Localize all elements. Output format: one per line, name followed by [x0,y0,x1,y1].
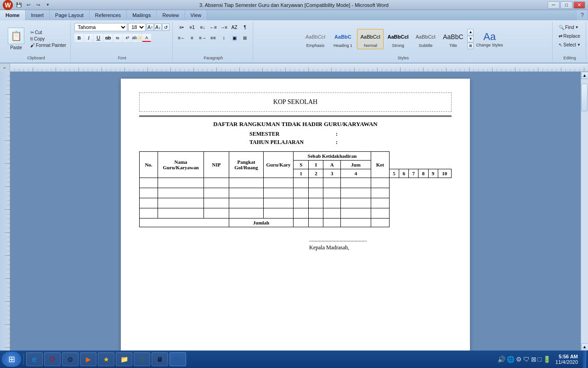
italic-button[interactable]: I [84,34,93,42]
tray-icon-2[interactable]: 🌐 [507,356,514,363]
num-1: 1 [294,169,309,178]
taskbar-app8[interactable]: 🖥 [152,352,168,366]
style-item-heading1[interactable]: AaBbC Heading 1 [329,29,356,49]
tab-insert[interactable]: Insert [26,10,50,20]
col-guru-kary: Guru/Kary [264,152,294,178]
start-button[interactable]: ⊞ [2,352,21,367]
find-button[interactable]: 🔍 Find ▼ [556,23,583,31]
replace-button[interactable]: ⇄ Replace [556,32,583,40]
increase-font-size-button[interactable]: A↑ [147,23,154,31]
taskbar-app6[interactable]: 📁 [116,352,132,366]
tray-icon-7[interactable]: 🔋 [543,356,551,363]
tab-review[interactable]: Review [157,10,185,20]
style-item-normal[interactable]: AaBbCcI Normal [357,29,384,49]
taskbar-word[interactable]: W [170,352,186,366]
decrease-indent-button[interactable]: ←≡ [208,23,218,31]
col-nama: NamaGuru/Karyawan [158,152,204,178]
close-button[interactable]: ✕ [573,1,585,9]
borders-button[interactable]: ⊞ [240,34,250,42]
format-painter-button[interactable]: 🖌 Format Painter [29,42,68,48]
strikethrough-button[interactable]: ab [103,34,113,42]
increase-indent-button[interactable]: →≡ [219,23,229,31]
show-formatting-button[interactable]: ¶ [240,23,250,31]
font-size-select[interactable]: 18 [128,23,146,31]
vertical-ruler[interactable] [0,72,10,366]
bold-button[interactable]: B [74,34,84,42]
line-spacing-button[interactable]: ↕ [219,34,229,42]
redo-button[interactable]: ↪ [34,1,42,9]
num-6: 6 [399,169,409,178]
bullets-button[interactable]: ≡• [176,23,187,31]
maximize-button[interactable]: □ [560,1,572,9]
undo-button[interactable]: ↩ [24,1,33,9]
style-item-emphasis[interactable]: AaBbCcI Emphasis [302,29,328,49]
show-desktop-button[interactable] [582,351,586,368]
styles-scroll-up[interactable]: ▲ [467,29,474,35]
numbering-button[interactable]: ≡1 [187,23,197,31]
cut-button[interactable]: ✂ Cut [29,29,68,35]
taskbar-chrome[interactable]: ⊙ [62,352,79,366]
styles-label: Styles [397,56,409,60]
styles-scroll-down[interactable]: ▼ [467,36,474,42]
align-left-button[interactable]: ≡← [176,34,187,42]
tray-icon-3[interactable]: ⚙ [516,356,522,363]
document: KOP SEKOLAH DAFTAR RANGKUMAN TIDAK HADIR… [121,79,470,359]
taskbar-app4[interactable]: ▶ [80,352,96,366]
decrease-font-size-button[interactable]: A↓ [154,23,162,31]
save-button[interactable]: 💾 [15,1,23,9]
multilevel-list-button[interactable]: ≡↓ [198,23,208,31]
align-right-button[interactable]: ≡→ [198,34,208,42]
font-name-select[interactable]: Tahoma [74,23,127,31]
font-color-button[interactable]: A [142,34,151,42]
tab-view[interactable]: View [185,10,208,20]
taskbar-app5[interactable]: ★ [98,352,114,366]
style-item-subtitle[interactable]: AaBbCcI Subtitle [412,29,439,49]
customize-quick-access[interactable]: ▼ [44,1,52,9]
tab-home[interactable]: Home [0,10,26,20]
style-preview-subtitle: AaBbCcI [416,30,435,43]
style-item-strong[interactable]: AaBbCcI Strong [384,29,411,49]
clear-formatting-button[interactable]: ↺ [162,23,170,31]
tray-icon-4[interactable]: 🛡 [523,356,530,363]
align-center-button[interactable]: ≡ [187,34,197,42]
scroll-up-button[interactable]: ▲ [581,72,588,79]
shading-button[interactable]: ▣ [229,34,239,42]
scroll-page-up[interactable]: ▲ [581,343,588,351]
sort-button[interactable]: AZ [229,23,239,31]
tab-page-layout[interactable]: Page Layout [50,10,90,20]
taskbar-excel[interactable]: X [134,352,150,366]
select-button[interactable]: ↖ Select ▼ [556,41,583,49]
table-jumlah-row: Jumlah [140,218,452,227]
underline-button[interactable]: U [94,34,103,42]
help-icon[interactable]: ? [577,10,588,20]
font-format-row: B I U ab x₂ x² ab✨ A [74,34,170,42]
col-a: A [323,161,340,169]
justify-button[interactable]: ≡≡ [208,34,218,42]
subscript-button[interactable]: x₂ [113,34,122,42]
tab-references[interactable]: References [90,10,127,20]
num-10: 10 [438,169,451,178]
tray-icon-1[interactable]: 🔊 [498,356,505,363]
tab-mailings[interactable]: Mailings [127,10,157,20]
ruler-corner[interactable]: ⌐ [0,63,10,72]
change-styles-label: Change Styles [476,43,503,47]
scroll-thumb[interactable] [581,84,588,111]
change-styles-button[interactable]: Aa Change Styles [475,29,504,49]
copy-button[interactable]: ⎘ Copy [29,36,68,42]
scroll-track[interactable] [581,79,588,343]
office-button[interactable]: W [3,0,13,10]
replace-icon: ⇄ [559,34,562,39]
tray-icon-6[interactable]: □ [538,356,542,363]
style-item-title[interactable]: AaBbC Title [440,29,466,49]
styles-expand[interactable]: ⊞ [467,43,474,49]
tray-icon-5[interactable]: ⊠ [531,356,537,363]
horizontal-ruler[interactable] [10,63,588,71]
document-area[interactable]: KOP SEKOLAH DAFTAR RANGKUMAN TIDAK HADIR… [10,72,581,366]
taskbar-opera[interactable]: O [44,352,61,366]
text-highlight-button[interactable]: ab✨ [132,34,141,42]
minimize-button[interactable]: ─ [548,1,560,9]
superscript-button[interactable]: x² [123,34,132,42]
system-clock[interactable]: 5:56 AM 11/4/2020 [553,354,581,365]
taskbar-ie[interactable]: e [26,352,43,366]
paste-button[interactable]: 📋 Paste [5,26,28,52]
